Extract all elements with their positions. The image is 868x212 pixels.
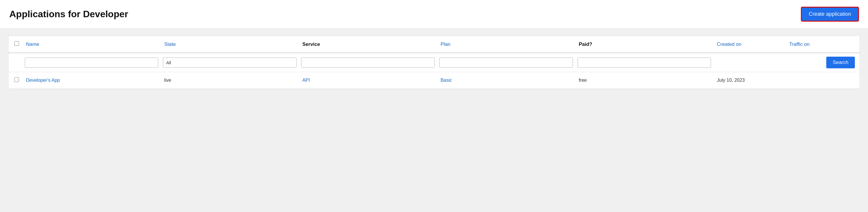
row-plan-cell: Basic xyxy=(437,72,575,89)
header-paid: Paid? xyxy=(575,36,713,53)
select-all-checkbox[interactable] xyxy=(14,41,19,46)
header-state[interactable]: State xyxy=(160,36,299,53)
filter-created-cell xyxy=(713,53,786,72)
row-created-on-value: July 10, 2023 xyxy=(717,78,745,83)
header-traffic-on[interactable]: Traffic on xyxy=(786,36,860,53)
row-name-link[interactable]: Developer's App xyxy=(26,78,60,83)
row-name-cell: Developer's App xyxy=(23,72,160,89)
row-plan-link[interactable]: Basic xyxy=(440,78,452,83)
create-application-button[interactable]: Create application xyxy=(801,7,859,21)
page-header: Applications for Developer Create applic… xyxy=(0,0,868,29)
search-button-cell: Search xyxy=(786,53,860,72)
filter-plan-input[interactable] xyxy=(439,58,572,68)
filter-service-cell xyxy=(299,53,437,72)
table-row: Developer's App live API Basic free xyxy=(8,72,860,89)
header-name[interactable]: Name xyxy=(23,36,160,53)
filter-paid-input[interactable] xyxy=(578,58,711,68)
filter-state-cell xyxy=(160,53,299,72)
page-title: Applications for Developer xyxy=(9,9,128,20)
row-paid-value: free xyxy=(579,78,587,83)
filter-name-input[interactable] xyxy=(25,58,158,68)
header-created-on[interactable]: Created on xyxy=(713,36,786,53)
content-area: Name State Service Plan Paid? Created on… xyxy=(0,29,868,96)
row-traffic-on-cell xyxy=(786,72,860,89)
row-state-cell: live xyxy=(160,72,299,89)
filter-paid-cell xyxy=(575,53,713,72)
filter-state-input[interactable] xyxy=(163,58,296,68)
header-plan[interactable]: Plan xyxy=(437,36,575,53)
filter-name-cell xyxy=(23,53,160,72)
filter-checkbox-cell xyxy=(8,53,23,72)
row-select-checkbox[interactable] xyxy=(14,78,19,82)
filter-service-input[interactable] xyxy=(301,58,435,68)
row-created-on-cell: July 10, 2023 xyxy=(713,72,786,89)
row-service-cell: API xyxy=(299,72,437,89)
table-header-row: Name State Service Plan Paid? Created on… xyxy=(8,36,860,53)
applications-table: Name State Service Plan Paid? Created on… xyxy=(8,36,860,89)
row-paid-cell: free xyxy=(575,72,713,89)
row-state-value: live xyxy=(164,78,171,83)
row-service-link[interactable]: API xyxy=(302,78,310,83)
header-checkbox-col xyxy=(8,36,23,53)
header-service: Service xyxy=(299,36,437,53)
applications-table-container: Name State Service Plan Paid? Created on… xyxy=(8,36,860,89)
filter-plan-cell xyxy=(437,53,575,72)
row-checkbox-cell xyxy=(8,72,23,89)
search-button[interactable]: Search xyxy=(826,57,855,68)
filter-row: Search xyxy=(8,53,860,72)
